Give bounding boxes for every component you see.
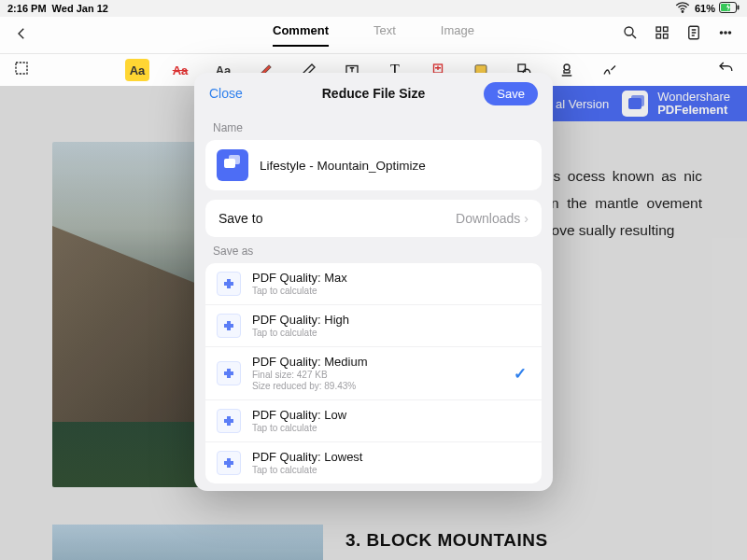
- undo-icon[interactable]: [717, 60, 734, 81]
- save-to-label: Save to: [218, 211, 262, 226]
- quality-title: PDF Quality: Low: [252, 408, 346, 422]
- svg-point-0: [682, 11, 684, 13]
- tab-text[interactable]: Text: [374, 23, 396, 47]
- svg-rect-13: [16, 63, 27, 74]
- modal-title: Reduce File Size: [322, 86, 425, 101]
- more-icon[interactable]: [717, 24, 734, 46]
- quality-title: PDF Quality: Lowest: [252, 450, 363, 464]
- nav-tabs: Comment Text Image: [273, 23, 474, 47]
- quality-icon: [217, 272, 241, 296]
- quality-option[interactable]: PDF Quality: LowestTap to calculate: [205, 441, 542, 483]
- quality-icon: [217, 314, 241, 338]
- quality-subtitle: Final size: 427 KBSize reduced by: 89.43…: [252, 370, 368, 392]
- quality-subtitle: Tap to calculate: [252, 423, 346, 434]
- filename-row[interactable]: Lifestyle - Mountain_Optimize: [205, 140, 542, 190]
- svg-rect-3: [738, 6, 740, 10]
- svg-rect-6: [664, 27, 669, 32]
- name-section-label: Name: [194, 114, 553, 140]
- quality-option[interactable]: PDF Quality: MaxTap to calculate: [205, 263, 542, 304]
- save-to-row[interactable]: Save to Downloads ›: [205, 200, 542, 237]
- quality-icon: [217, 409, 241, 433]
- strikethrough-tool-icon[interactable]: Aa: [168, 59, 192, 81]
- close-button[interactable]: Close: [209, 86, 243, 101]
- nav-bar: Comment Text Image: [0, 17, 747, 54]
- reduce-file-size-modal: Close Reduce File Size Save Name Lifesty…: [194, 73, 553, 491]
- grid-icon[interactable]: [654, 24, 670, 46]
- signature-tool-icon[interactable]: [598, 59, 622, 81]
- quality-subtitle: Tap to calculate: [252, 328, 349, 339]
- save-to-value: Downloads: [456, 211, 520, 226]
- svg-point-4: [625, 27, 633, 35]
- quality-option[interactable]: PDF Quality: MediumFinal size: 427 KBSiz…: [205, 346, 542, 399]
- status-time: 2:16 PM: [7, 3, 47, 14]
- svg-rect-5: [656, 27, 661, 32]
- wifi-icon: [674, 0, 691, 18]
- save-button[interactable]: Save: [484, 82, 538, 105]
- tab-image[interactable]: Image: [441, 23, 474, 47]
- svg-rect-8: [664, 35, 669, 39]
- quality-option[interactable]: PDF Quality: HighTap to calculate: [205, 304, 542, 346]
- svg-point-11: [725, 32, 726, 34]
- back-button[interactable]: [13, 23, 30, 48]
- svg-point-12: [728, 32, 730, 34]
- check-icon: ✓: [514, 364, 527, 384]
- select-tool-icon[interactable]: [13, 60, 30, 80]
- search-icon[interactable]: [622, 24, 639, 46]
- svg-point-10: [720, 32, 722, 34]
- quality-title: PDF Quality: High: [252, 313, 349, 327]
- quality-list: PDF Quality: MaxTap to calculatePDF Qual…: [205, 263, 542, 483]
- svg-rect-7: [656, 35, 661, 39]
- stamp-tool-icon[interactable]: [555, 59, 579, 81]
- status-date: Wed Jan 12: [52, 3, 108, 14]
- file-icon: [217, 149, 248, 181]
- quality-icon: [217, 361, 241, 385]
- filename-text: Lifestyle - Mountain_Optimize: [260, 159, 426, 173]
- status-bar: 2:16 PM Wed Jan 12 61%: [0, 0, 747, 17]
- quality-subtitle: Tap to calculate: [252, 465, 363, 476]
- quality-subtitle: Tap to calculate: [252, 286, 347, 297]
- quality-option[interactable]: PDF Quality: LowTap to calculate: [205, 399, 542, 441]
- tab-comment[interactable]: Comment: [273, 23, 329, 47]
- page-icon[interactable]: [685, 24, 702, 46]
- highlight-tool-icon[interactable]: Aa: [125, 59, 149, 81]
- save-as-section-label: Save as: [194, 237, 553, 263]
- quality-title: PDF Quality: Medium: [252, 355, 368, 369]
- battery-icon: [719, 2, 740, 15]
- quality-icon: [217, 451, 241, 475]
- quality-title: PDF Quality: Max: [252, 271, 347, 285]
- svg-point-19: [564, 64, 570, 70]
- battery-percent: 61%: [695, 3, 715, 14]
- chevron-right-icon: ›: [524, 211, 529, 226]
